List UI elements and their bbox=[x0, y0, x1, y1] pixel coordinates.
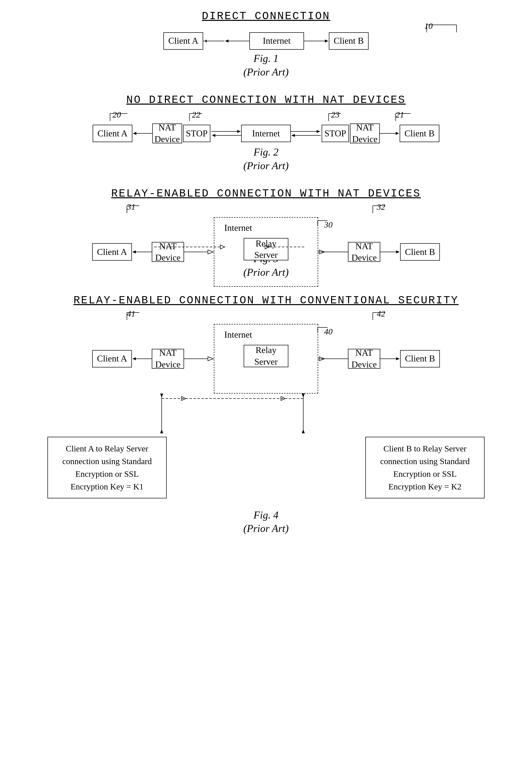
fig2-title: NO DIRECT CONNECTION WITH NAT DEVICES bbox=[127, 94, 406, 106]
fig1-section: DIRECT CONNECTION 10 Client A bbox=[20, 10, 512, 79]
fig4-internet-box: Internet 40 RelayServer bbox=[214, 324, 318, 393]
fig4-nat-a: NATDevice bbox=[152, 349, 184, 369]
fig4-bracket-40 bbox=[315, 325, 330, 333]
fig4-internet-label: Internet bbox=[224, 329, 252, 340]
fig3-nat-a: NATDevice bbox=[152, 242, 184, 262]
fig2-nat-a: NATDevice bbox=[152, 124, 182, 144]
svg-marker-68 bbox=[302, 429, 305, 433]
arrow-left-1 bbox=[205, 37, 225, 45]
fig3-internet-label: Internet bbox=[224, 223, 252, 233]
fig4-bracket-41 bbox=[125, 310, 144, 321]
fig3-arrow-right-final bbox=[380, 248, 400, 256]
fig3-nat-b: NATDevice bbox=[348, 242, 380, 262]
fig2-caption: Fig. 2 (Prior Art) bbox=[243, 146, 289, 172]
fig4-annotations: Client A to Relay Server connection usin… bbox=[42, 437, 490, 498]
svg-marker-43 bbox=[396, 251, 399, 254]
fig1-arrow-right bbox=[304, 37, 329, 45]
fig1-title: DIRECT CONNECTION bbox=[202, 10, 330, 22]
fig1-diagram: Client A Internet bbox=[163, 32, 369, 50]
fig2-client-a: Client A bbox=[93, 125, 133, 142]
fig2-arrow1 bbox=[133, 130, 152, 137]
fig4-arrow-right-final bbox=[380, 355, 400, 363]
svg-marker-55 bbox=[208, 357, 213, 361]
fig3-bracket-30 bbox=[315, 219, 330, 226]
fig1-client-a: Client A bbox=[163, 32, 203, 50]
fig4-svg-arrows bbox=[42, 393, 490, 443]
fig4-diagram-wrapper: 41 42 Client A NATDevice bbox=[92, 324, 440, 393]
fig2-client-b: Client B bbox=[399, 125, 439, 142]
svg-marker-18 bbox=[133, 132, 136, 135]
svg-marker-6 bbox=[225, 39, 229, 42]
fig1-bracket bbox=[407, 22, 481, 35]
fig2-nat-b: NATDevice bbox=[350, 124, 380, 144]
fig2-diagram-wrapper: 20 22 23 21 Client A bbox=[93, 124, 439, 144]
fig2-bracket-21 bbox=[393, 111, 443, 122]
svg-marker-28 bbox=[396, 132, 399, 135]
fig2-stop-b: STOP bbox=[322, 125, 349, 142]
fig4-annotation-left: Client A to Relay Server connection usin… bbox=[47, 437, 167, 498]
fig4-caption: Fig. 4 (Prior Art) bbox=[243, 508, 289, 535]
svg-marker-24 bbox=[317, 130, 320, 133]
fig4-arrow-to-internet bbox=[184, 354, 214, 364]
fig3-diagram-wrapper: 31 32 Client A NATDevice bbox=[92, 217, 440, 287]
fig3-internet-box: Internet 30 RelayServer bbox=[214, 217, 318, 287]
fig4-arrow-left1 bbox=[132, 355, 152, 363]
fig2-bracket-20 bbox=[108, 111, 157, 122]
fig1-client-b: Client B bbox=[329, 32, 369, 50]
svg-marker-64 bbox=[160, 393, 163, 397]
svg-marker-67 bbox=[302, 393, 305, 397]
fig2-arrows-mid-right bbox=[291, 129, 321, 139]
fig1-arrow1 bbox=[203, 37, 225, 45]
svg-marker-34 bbox=[133, 251, 136, 254]
svg-marker-4 bbox=[205, 39, 207, 42]
fig2-internet: Internet bbox=[241, 125, 291, 142]
fig1-caption: Fig. 1 (Prior Art) bbox=[243, 52, 289, 79]
fig4-annotation-right: Client B to Relay Server connection usin… bbox=[365, 437, 485, 498]
fig3-arrow-to-relay bbox=[184, 247, 214, 257]
fig2-arrow-right bbox=[380, 130, 399, 137]
svg-marker-53 bbox=[133, 357, 136, 360]
svg-marker-20 bbox=[237, 130, 241, 133]
fig2-arrows-mid-left bbox=[211, 129, 241, 139]
fig4-arrow-from-internet bbox=[318, 354, 348, 364]
fig4-title: RELAY-ENABLED CONNECTION WITH CONVENTION… bbox=[74, 294, 459, 307]
fig2-bracket-22 bbox=[187, 111, 237, 122]
svg-marker-22 bbox=[212, 134, 215, 137]
fig3-title: RELAY-ENABLED CONNECTION WITH NAT DEVICE… bbox=[111, 187, 421, 200]
fig4-client-b: Client B bbox=[400, 350, 440, 368]
svg-marker-65 bbox=[160, 429, 163, 433]
fig2-section: NO DIRECT CONNECTION WITH NAT DEVICES 20… bbox=[20, 94, 512, 172]
fig3-section: RELAY-ENABLED CONNECTION WITH NAT DEVICE… bbox=[20, 187, 512, 279]
fig2-bracket-23 bbox=[326, 111, 376, 122]
svg-marker-36 bbox=[208, 250, 213, 254]
fig2-stop-a: STOP bbox=[183, 125, 210, 142]
fig4-bottom-section: Client A to Relay Server connection usin… bbox=[42, 393, 490, 498]
fig3-arrow-from-relay bbox=[318, 247, 348, 257]
fig3-bracket-32 bbox=[370, 203, 390, 214]
fig3-client-b: Client B bbox=[400, 243, 440, 261]
fig3-bracket-31 bbox=[125, 203, 144, 214]
fig4-section: RELAY-ENABLED CONNECTION WITH CONVENTION… bbox=[20, 294, 512, 535]
page: DIRECT CONNECTION 10 Client A bbox=[20, 10, 512, 535]
fig4-relay-server: RelayServer bbox=[244, 345, 288, 367]
fig4-bracket-42 bbox=[370, 310, 390, 321]
fig4-client-a: Client A bbox=[92, 350, 132, 368]
fig1-internet: Internet bbox=[249, 32, 304, 50]
fig1-arrow-left bbox=[225, 37, 249, 45]
svg-marker-8 bbox=[325, 39, 328, 42]
fig3-client-a: Client A bbox=[92, 243, 132, 261]
fig4-nat-b: NATDevice bbox=[348, 349, 380, 369]
svg-marker-26 bbox=[291, 134, 295, 137]
fig3-relay-server: RelayServer bbox=[244, 238, 288, 261]
fig3-arrow-left1 bbox=[132, 248, 152, 256]
svg-marker-62 bbox=[396, 357, 399, 360]
fig2-diagram: Client A NATDevice STOP bbox=[93, 124, 439, 144]
